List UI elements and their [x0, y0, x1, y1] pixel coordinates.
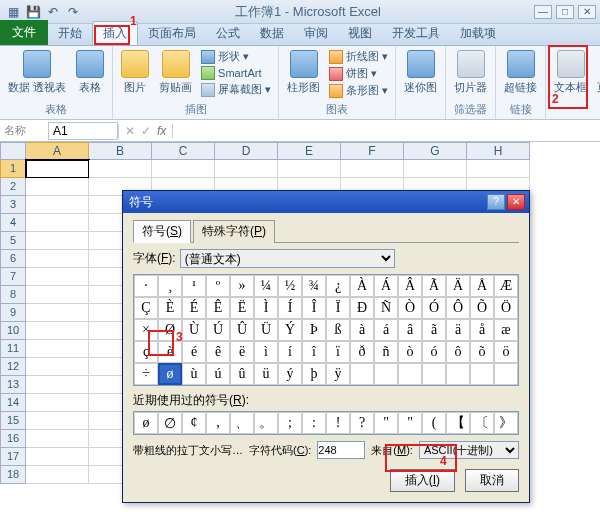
- symbol-cell[interactable]: Ã: [422, 275, 446, 297]
- slicer-button[interactable]: 切片器: [450, 48, 491, 97]
- select-all-corner[interactable]: [0, 142, 26, 160]
- cell[interactable]: [26, 430, 89, 448]
- cell[interactable]: [26, 358, 89, 376]
- cell[interactable]: [26, 466, 89, 484]
- symbol-cell[interactable]: ¾: [302, 275, 326, 297]
- row-header[interactable]: 14: [0, 394, 26, 412]
- symbol-cell[interactable]: Ý: [278, 319, 302, 341]
- symbol-cell[interactable]: ã: [422, 319, 446, 341]
- symbol-cell[interactable]: õ: [470, 341, 494, 363]
- symbol-cell[interactable]: Æ: [494, 275, 518, 297]
- dialog-help-button[interactable]: ?: [487, 194, 505, 210]
- symbol-cell[interactable]: ê: [206, 341, 230, 363]
- tab-view[interactable]: 视图: [338, 22, 382, 45]
- symbol-cell[interactable]: Ç: [134, 297, 158, 319]
- tab-file[interactable]: 文件: [0, 20, 48, 45]
- symbol-cell[interactable]: Ô: [446, 297, 470, 319]
- name-box[interactable]: [48, 122, 118, 140]
- recent-symbol[interactable]: (: [422, 412, 446, 434]
- cell[interactable]: [26, 250, 89, 268]
- tab-symbols[interactable]: 符号(S): [133, 220, 191, 243]
- cell[interactable]: [26, 376, 89, 394]
- symbol-cell[interactable]: ñ: [374, 341, 398, 363]
- cell[interactable]: [467, 160, 530, 178]
- symbol-cell[interactable]: Ê: [206, 297, 230, 319]
- symbol-cell[interactable]: ý: [278, 363, 302, 385]
- row-header[interactable]: 4: [0, 214, 26, 232]
- textbox-button[interactable]: 文本框: [550, 48, 591, 97]
- symbol-cell[interactable]: Ó: [422, 297, 446, 319]
- symbol-cell[interactable]: ò: [398, 341, 422, 363]
- pie-chart-button[interactable]: 饼图 ▾: [326, 65, 391, 82]
- row-header[interactable]: 6: [0, 250, 26, 268]
- symbol-cell[interactable]: Á: [374, 275, 398, 297]
- symbol-cell[interactable]: ÿ: [326, 363, 350, 385]
- symbol-cell[interactable]: ç: [134, 341, 158, 363]
- clipart-button[interactable]: 剪贴画: [155, 48, 196, 97]
- symbol-cell[interactable]: Ú: [206, 319, 230, 341]
- symbol-cell[interactable]: [470, 363, 494, 385]
- shapes-button[interactable]: 形状 ▾: [198, 48, 274, 65]
- recent-symbol[interactable]: ∅: [158, 412, 182, 434]
- symbol-cell[interactable]: ß: [326, 319, 350, 341]
- symbol-cell[interactable]: ë: [230, 341, 254, 363]
- cell[interactable]: [26, 160, 89, 178]
- symbol-cell[interactable]: ¿: [326, 275, 350, 297]
- save-icon[interactable]: 💾: [24, 3, 42, 21]
- picture-button[interactable]: 图片: [117, 48, 153, 97]
- recent-symbol[interactable]: ;: [278, 412, 302, 434]
- symbol-cell[interactable]: ¼: [254, 275, 278, 297]
- symbol-cell[interactable]: È: [158, 297, 182, 319]
- insert-button[interactable]: 插入(I): [390, 469, 455, 492]
- symbol-cell[interactable]: »: [230, 275, 254, 297]
- row-header[interactable]: 9: [0, 304, 26, 322]
- symbol-cell[interactable]: Ñ: [374, 297, 398, 319]
- minimize-button[interactable]: —: [534, 5, 552, 19]
- symbol-cell[interactable]: ü: [254, 363, 278, 385]
- row-header[interactable]: 8: [0, 286, 26, 304]
- symbol-cell[interactable]: [446, 363, 470, 385]
- col-header-A[interactable]: A: [26, 142, 89, 160]
- table-button[interactable]: 表格: [72, 48, 108, 97]
- recent-symbol[interactable]: !: [326, 412, 350, 434]
- tab-home[interactable]: 开始: [48, 22, 92, 45]
- smartart-button[interactable]: SmartArt: [198, 65, 274, 81]
- symbol-cell[interactable]: è: [158, 341, 182, 363]
- cell[interactable]: [26, 322, 89, 340]
- symbol-cell[interactable]: Õ: [470, 297, 494, 319]
- cell[interactable]: [26, 214, 89, 232]
- recent-symbol[interactable]: 、: [230, 412, 254, 434]
- col-header-D[interactable]: D: [215, 142, 278, 160]
- sparkline-button[interactable]: 迷你图: [400, 48, 441, 97]
- symbol-cell[interactable]: á: [374, 319, 398, 341]
- cell[interactable]: [26, 394, 89, 412]
- col-header-C[interactable]: C: [152, 142, 215, 160]
- symbol-cell[interactable]: [422, 363, 446, 385]
- cell[interactable]: [215, 160, 278, 178]
- cancel-button[interactable]: 取消: [465, 469, 519, 492]
- recent-symbol[interactable]: ": [398, 412, 422, 434]
- enter-icon[interactable]: ✓: [141, 124, 151, 138]
- cancel-icon[interactable]: ✕: [125, 124, 135, 138]
- tab-developer[interactable]: 开发工具: [382, 22, 450, 45]
- row-header[interactable]: 13: [0, 376, 26, 394]
- cell[interactable]: [26, 268, 89, 286]
- symbol-cell[interactable]: Î: [302, 297, 326, 319]
- tab-addins[interactable]: 加载项: [450, 22, 506, 45]
- cell[interactable]: [89, 160, 152, 178]
- cell[interactable]: [26, 232, 89, 250]
- row-header[interactable]: 10: [0, 322, 26, 340]
- recent-symbol[interactable]: 〔: [470, 412, 494, 434]
- symbol-cell[interactable]: à: [350, 319, 374, 341]
- from-select[interactable]: ASCII(十进制): [419, 441, 519, 459]
- symbol-cell[interactable]: Û: [230, 319, 254, 341]
- symbol-cell[interactable]: â: [398, 319, 422, 341]
- tab-data[interactable]: 数据: [250, 22, 294, 45]
- fx-icon[interactable]: fx: [157, 124, 166, 138]
- symbol-cell[interactable]: ó: [422, 341, 446, 363]
- symbol-cell[interactable]: Ü: [254, 319, 278, 341]
- symbol-cell[interactable]: þ: [302, 363, 326, 385]
- row-header[interactable]: 18: [0, 466, 26, 484]
- symbol-cell[interactable]: æ: [494, 319, 518, 341]
- recent-symbol[interactable]: 》: [494, 412, 518, 434]
